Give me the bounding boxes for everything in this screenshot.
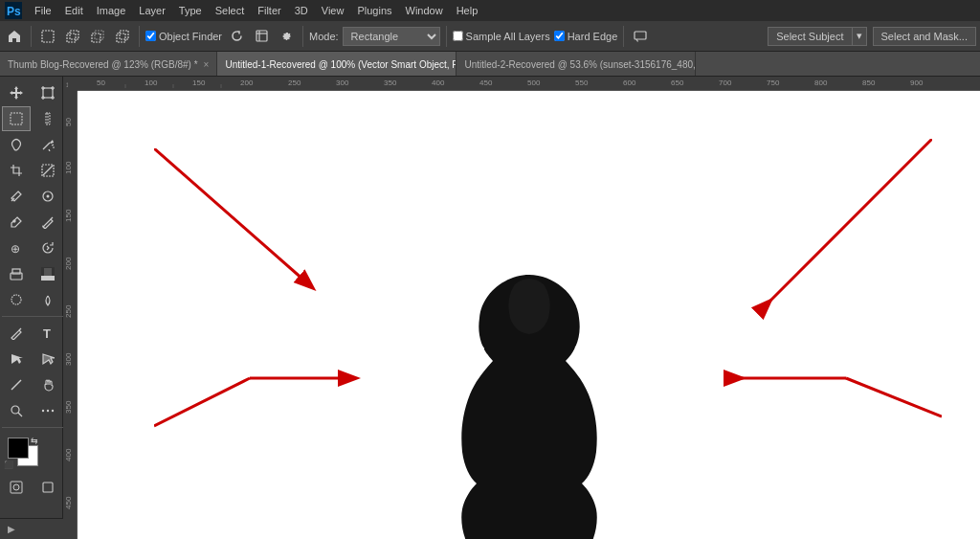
app-logo: Ps <box>4 1 23 20</box>
subtract-selection-btn[interactable] <box>87 26 108 47</box>
svg-point-51 <box>52 410 54 412</box>
sample-all-layers-input[interactable] <box>453 31 463 41</box>
type-tool[interactable]: T <box>33 321 62 346</box>
hand-tool[interactable] <box>33 372 62 397</box>
lasso-tool[interactable] <box>2 132 31 157</box>
tab-0-close[interactable]: × <box>204 59 210 70</box>
svg-text:450: 450 <box>479 79 493 87</box>
dodge-tool[interactable] <box>33 287 62 312</box>
select-and-mask-label: Select and Mask... <box>881 31 969 42</box>
object-finder-checkbox[interactable]: Object Finder <box>145 31 222 42</box>
magic-wand-tool[interactable] <box>33 132 62 157</box>
new-selection-btn[interactable] <box>37 26 58 47</box>
options-toolbar: Object Finder Mode: Rectangle Ellipse Si… <box>0 21 980 52</box>
select-and-mask-button[interactable]: Select and Mask... <box>873 27 977 46</box>
toolbar-separator-5 <box>623 26 624 47</box>
svg-rect-2 <box>42 31 54 42</box>
menu-help[interactable]: Help <box>451 3 484 18</box>
history-brush-tool[interactable] <box>33 236 62 260</box>
foreground-color-swatch[interactable] <box>8 438 29 459</box>
reset-colors-button[interactable]: ⬛ <box>4 460 13 469</box>
blur-tool[interactable] <box>2 287 31 312</box>
add-selection-btn[interactable] <box>62 26 83 47</box>
menu-image[interactable]: Image <box>91 3 132 18</box>
change-screen-mode-button[interactable] <box>33 475 62 500</box>
menu-3d[interactable]: 3D <box>289 3 314 18</box>
canvas-wrapper: ↕ 50 100 150 200 250 300 350 400 450 500 <box>63 77 980 518</box>
menu-bar: Ps File Edit Image Layer Type Select Fil… <box>0 0 980 21</box>
menu-plugins[interactable]: Plugins <box>351 3 397 18</box>
menu-layer[interactable]: Layer <box>133 3 171 18</box>
svg-line-87 <box>154 148 312 287</box>
svg-rect-6 <box>95 31 103 39</box>
artboard-tool[interactable] <box>33 80 62 105</box>
svg-rect-13 <box>43 88 53 98</box>
menu-type[interactable]: Type <box>173 3 208 18</box>
svg-text:600: 600 <box>623 79 636 87</box>
select-subject-button[interactable]: Select Subject ▾ <box>768 27 866 46</box>
svg-rect-12 <box>635 32 646 39</box>
svg-text:500: 500 <box>527 79 541 87</box>
eraser-tool[interactable] <box>2 261 31 286</box>
paint-bucket-tool[interactable] <box>33 261 62 286</box>
svg-text:400: 400 <box>432 79 445 87</box>
brush-tool[interactable] <box>33 210 62 235</box>
tab-2[interactable]: Untitled-2-Recovered @ 53.6% (sunset-315… <box>457 52 696 77</box>
left-toolbar-separator <box>2 316 64 317</box>
spot-healing-brush-tool[interactable] <box>2 210 31 235</box>
svg-text:350: 350 <box>64 400 73 414</box>
svg-point-34 <box>13 220 15 222</box>
toolbar-right-section: Select Subject ▾ Select and Mask... <box>768 27 976 46</box>
canvas-area[interactable] <box>78 91 980 539</box>
svg-marker-45 <box>43 354 55 364</box>
svg-rect-3 <box>67 34 76 42</box>
tab-0[interactable]: Thumb Blog-Recovered @ 123% (RGB/8#) * × <box>0 52 217 77</box>
tab-1[interactable]: Untitled-1-Recovered @ 100% (Vector Smar… <box>217 52 457 77</box>
menu-view[interactable]: View <box>316 3 350 18</box>
rectangular-marquee-tool[interactable] <box>2 106 31 131</box>
quick-mask-button[interactable] <box>2 475 31 500</box>
more-tools-button[interactable] <box>33 398 62 423</box>
main-area: ⊕ T <box>0 77 980 518</box>
path-selection-tool[interactable] <box>2 347 31 371</box>
tab-2-title: Untitled-2-Recovered @ 53.6% (sunset-315… <box>464 59 696 70</box>
line-tool[interactable] <box>2 372 31 397</box>
select-subject-chevron[interactable]: ▾ <box>852 28 866 45</box>
move-tool[interactable] <box>2 80 31 105</box>
svg-point-49 <box>42 410 44 412</box>
settings-button[interactable] <box>251 26 272 47</box>
direct-selection-tool[interactable] <box>33 347 62 371</box>
gear-button[interactable] <box>276 26 297 47</box>
object-finder-input[interactable] <box>145 31 156 41</box>
svg-text:T: T <box>43 326 51 340</box>
menu-edit[interactable]: Edit <box>59 3 89 18</box>
clone-stamp-tool[interactable]: ⊕ <box>2 236 31 260</box>
object-finder-label: Object Finder <box>159 31 222 42</box>
ruler-tool[interactable] <box>33 184 62 209</box>
toolbar-separator <box>31 26 32 47</box>
mode-dropdown[interactable]: Rectangle Ellipse Single Row Single Colu… <box>343 27 440 46</box>
canvas-horizontal-wrap: 50 100 150 200 250 300 350 400 450 <box>63 91 980 539</box>
status-text: ▶ <box>8 524 15 534</box>
hard-edge-checkbox[interactable]: Hard Edge <box>554 31 618 42</box>
svg-point-42 <box>11 295 21 304</box>
eyedropper-tool[interactable] <box>2 184 31 209</box>
menu-filter[interactable]: Filter <box>252 3 286 18</box>
hard-edge-input[interactable] <box>554 31 565 41</box>
pen-tool[interactable] <box>2 321 31 346</box>
svg-text:550: 550 <box>575 79 589 87</box>
zoom-tool[interactable] <box>2 398 31 423</box>
menu-select[interactable]: Select <box>210 3 251 18</box>
sample-all-layers-checkbox[interactable]: Sample All Layers <box>453 31 550 42</box>
switch-colors-button[interactable]: ⇆ <box>31 436 38 445</box>
menu-file[interactable]: File <box>29 3 57 18</box>
single-column-marquee-tool[interactable] <box>33 106 62 131</box>
refresh-button[interactable] <box>226 26 247 47</box>
svg-point-47 <box>11 406 19 414</box>
intersect-selection-btn[interactable] <box>112 26 133 47</box>
feedback-button[interactable] <box>630 26 651 47</box>
crop-tool[interactable] <box>2 158 31 183</box>
home-button[interactable] <box>4 26 25 47</box>
slice-tool[interactable] <box>33 158 62 183</box>
menu-window[interactable]: Window <box>400 3 449 18</box>
